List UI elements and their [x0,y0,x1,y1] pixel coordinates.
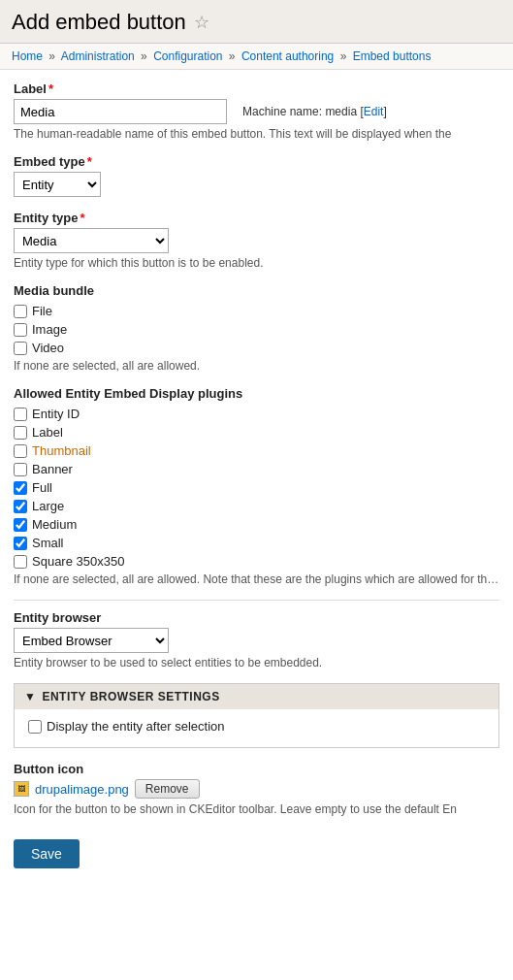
entity-type-description: Entity type for which this button is to … [14,256,499,270]
entity-browser-settings-section: ▼ ENTITY BROWSER SETTINGS Display the en… [14,683,499,748]
checkbox-entity-id: Entity ID [14,407,499,421]
checkbox-plugin-label-text: Label [32,425,63,440]
checkbox-video-input[interactable] [14,342,27,355]
checkbox-file-input[interactable] [14,305,27,318]
checkbox-small: Small [14,536,499,550]
entity-browser-label: Entity browser [14,610,499,625]
media-bundle-title: Media bundle [14,283,499,298]
star-icon[interactable]: ☆ [194,12,209,33]
label-description: The human-readable name of this embed bu… [14,127,499,141]
checkbox-large-input[interactable] [14,500,27,513]
label-input[interactable] [14,99,227,124]
machine-name-info: Machine name: media [Edit] [242,105,387,118]
display-entity-checkbox[interactable] [28,720,42,734]
main-content: Label* Machine name: media [Edit] The hu… [0,70,513,880]
checkbox-banner: Banner [14,462,499,476]
file-item: 🖼 drupalimage.png Remove [14,779,499,799]
display-entity-checkbox-item: Display the entity after selection [28,719,485,734]
button-icon-form-item: Button icon 🖼 drupalimage.png Remove Ico… [14,762,499,816]
media-bundle-help: If none are selected, all are allowed. [14,359,499,373]
checkbox-video: Video [14,341,499,355]
checkbox-medium: Medium [14,517,499,532]
checkbox-banner-input[interactable] [14,463,27,476]
checkbox-image: Image [14,322,499,337]
checkbox-square-input[interactable] [14,555,27,569]
checkbox-medium-input[interactable] [14,518,27,532]
checkbox-large: Large [14,499,499,513]
allowed-plugins-form-item: Allowed Entity Embed Display plugins Ent… [14,386,499,586]
media-bundle-form-item: Media bundle File Image Video If none ar… [14,283,499,373]
checkbox-plugin-label: Label [14,425,499,440]
checkbox-file-label: File [32,304,52,318]
collapse-icon: ▼ [24,690,36,703]
checkbox-small-label: Small [32,536,64,550]
breadcrumb-home[interactable]: Home [12,49,43,63]
embed-type-label: Embed type* [14,154,499,169]
entity-type-select[interactable]: Media [14,228,169,253]
save-button[interactable]: Save [14,839,80,868]
collapsible-header-label: ENTITY BROWSER SETTINGS [42,690,219,703]
checkbox-image-label: Image [32,322,67,337]
button-icon-label: Button icon [14,762,499,776]
checkbox-medium-label: Medium [32,517,77,532]
remove-button[interactable]: Remove [135,779,200,799]
breadcrumb: Home » Administration » Configuration » … [0,44,513,70]
checkbox-video-label: Video [32,341,64,355]
display-entity-label: Display the entity after selection [47,719,225,734]
page-title: Add embed button ☆ [12,10,501,35]
checkbox-plugin-label-input[interactable] [14,426,27,440]
checkbox-full-input[interactable] [14,481,27,495]
page-title-bar: Add embed button ☆ [0,0,513,44]
machine-name-edit-link[interactable]: Edit [364,105,384,118]
entity-type-form-item: Entity type* Media Entity type for which… [14,211,499,270]
breadcrumb-administration[interactable]: Administration [61,49,135,63]
embed-type-select[interactable]: Entity [14,172,101,197]
entity-browser-form-item: Entity browser Embed Browser Entity brow… [14,600,499,670]
allowed-plugins-help: If none are selected, all are allowed. N… [14,572,499,586]
embed-type-required: * [87,154,92,169]
breadcrumb-sep-1: » [48,49,55,63]
breadcrumb-sep-2: » [141,49,147,63]
breadcrumb-sep-3: » [229,49,236,63]
page-title-text: Add embed button [12,10,186,35]
breadcrumb-configuration[interactable]: Configuration [153,49,222,63]
checkbox-square: Square 350x350 [14,554,499,569]
file-icon: 🖼 [14,781,29,797]
checkbox-small-input[interactable] [14,537,27,550]
checkbox-entity-id-input[interactable] [14,408,27,421]
checkbox-square-label: Square 350x350 [32,554,124,569]
checkbox-image-input[interactable] [14,323,27,337]
checkbox-full-label: Full [32,480,52,495]
checkbox-large-label: Large [32,499,64,513]
label-field-label: Label* [14,82,499,96]
checkbox-full: Full [14,480,499,495]
allowed-plugins-title: Allowed Entity Embed Display plugins [14,386,499,401]
checkbox-thumbnail: Thumbnail [14,443,499,458]
entity-type-required: * [80,211,84,225]
entity-browser-description: Entity browser to be used to select enti… [14,656,499,670]
breadcrumb-sep-4: » [340,49,347,63]
file-link[interactable]: drupalimage.png [35,782,129,797]
breadcrumb-embed-buttons[interactable]: Embed buttons [353,49,432,63]
collapsible-body: Display the entity after selection [15,709,498,747]
breadcrumb-content-authoring[interactable]: Content authoring [241,49,334,63]
checkbox-banner-label: Banner [32,462,73,476]
entity-browser-select[interactable]: Embed Browser [14,628,169,653]
button-icon-description: Icon for the button to be shown in CKEdi… [14,802,499,816]
collapsible-header[interactable]: ▼ ENTITY BROWSER SETTINGS [15,684,498,709]
checkbox-entity-id-label: Entity ID [32,407,80,421]
checkbox-thumbnail-label: Thumbnail [32,443,91,458]
embed-type-form-item: Embed type* Entity [14,154,499,197]
label-form-item: Label* Machine name: media [Edit] The hu… [14,82,499,141]
entity-type-label: Entity type* [14,211,499,225]
label-required-marker: * [48,82,53,96]
checkbox-thumbnail-input[interactable] [14,444,27,458]
checkbox-file: File [14,304,499,318]
